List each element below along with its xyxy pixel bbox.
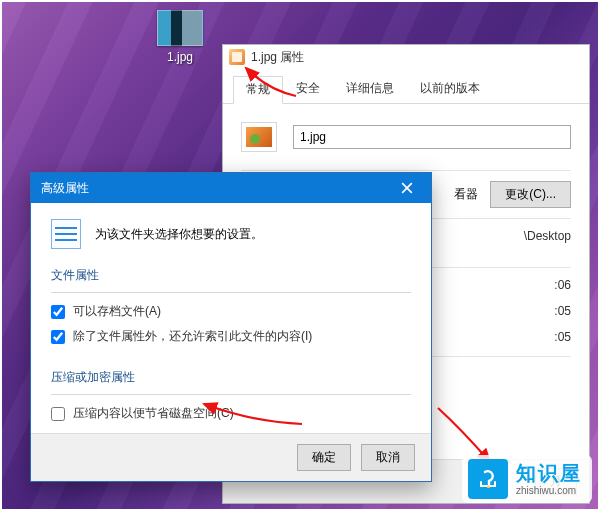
group-compress-encrypt: 压缩或加密属性 <box>51 369 411 386</box>
brand-logo-icon <box>468 459 508 499</box>
checkbox-index-input[interactable] <box>51 330 65 344</box>
open-with-value: 看器 <box>454 186 478 203</box>
group-file-attributes: 文件属性 <box>51 267 411 284</box>
checkbox-archive-label: 可以存档文件(A) <box>73 303 161 320</box>
tab-previous-versions[interactable]: 以前的版本 <box>407 75 493 103</box>
tab-details[interactable]: 详细信息 <box>333 75 407 103</box>
desktop-file-icon[interactable]: 1.jpg <box>140 10 220 64</box>
image-thumbnail <box>157 10 203 46</box>
advanced-attributes-dialog: 高级属性 为该文件夹选择你想要的设置。 文件属性 可以存档文件(A) 除了文件属… <box>30 172 432 482</box>
tab-general[interactable]: 常规 <box>233 76 283 104</box>
desktop-file-label: 1.jpg <box>140 50 220 64</box>
checkbox-archive[interactable]: 可以存档文件(A) <box>51 303 411 320</box>
close-icon[interactable] <box>393 178 421 198</box>
brand-name-en: zhishiwu.com <box>516 486 582 496</box>
checkbox-compress[interactable]: 压缩内容以便节省磁盘空间(C) <box>51 405 411 422</box>
advanced-footer: 确定 取消 <box>31 433 431 481</box>
svg-rect-0 <box>487 486 490 489</box>
checkbox-archive-input[interactable] <box>51 305 65 319</box>
change-button[interactable]: 更改(C)... <box>490 181 571 208</box>
checkbox-index[interactable]: 除了文件属性外，还允许索引此文件的内容(I) <box>51 328 411 345</box>
properties-title: 1.jpg 属性 <box>251 49 304 66</box>
file-type-icon <box>241 122 277 152</box>
brand-watermark: 知识屋 zhishiwu.com <box>462 455 592 503</box>
advanced-subtitle: 为该文件夹选择你想要的设置。 <box>95 226 263 243</box>
properties-tabs: 常规 安全 详细信息 以前的版本 <box>223 69 589 104</box>
filename-input[interactable] <box>293 125 571 149</box>
checkbox-index-label: 除了文件属性外，还允许索引此文件的内容(I) <box>73 328 312 345</box>
ok-button[interactable]: 确定 <box>297 444 351 471</box>
checkbox-compress-input[interactable] <box>51 407 65 421</box>
properties-titlebar[interactable]: 1.jpg 属性 <box>223 45 589 69</box>
advanced-title: 高级属性 <box>41 180 89 197</box>
checkbox-compress-label: 压缩内容以便节省磁盘空间(C) <box>73 405 234 422</box>
brand-name-cn: 知识屋 <box>516 463 582 483</box>
picture-icon <box>229 49 245 65</box>
cancel-button[interactable]: 取消 <box>361 444 415 471</box>
tab-security[interactable]: 安全 <box>283 75 333 103</box>
settings-sheet-icon <box>51 219 81 249</box>
advanced-titlebar[interactable]: 高级属性 <box>31 173 431 203</box>
